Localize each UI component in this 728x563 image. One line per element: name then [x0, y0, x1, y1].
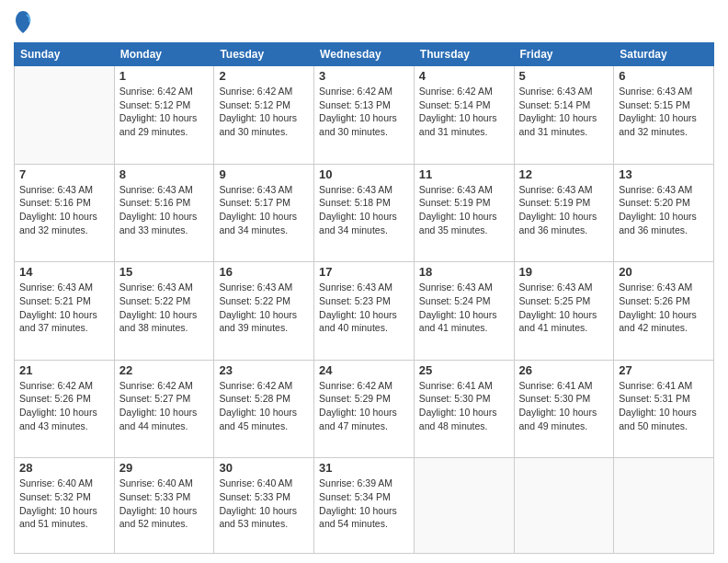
day-info: Sunrise: 6:43 AM Sunset: 5:23 PM Dayligh…	[319, 281, 409, 335]
calendar-cell: 6Sunrise: 6:43 AM Sunset: 5:15 PM Daylig…	[614, 66, 714, 165]
day-number: 8	[119, 167, 210, 181]
calendar: Sunday Monday Tuesday Wednesday Thursday…	[14, 42, 714, 554]
logo	[14, 9, 36, 35]
day-number: 10	[319, 167, 409, 181]
calendar-cell	[514, 458, 614, 554]
calendar-cell: 5Sunrise: 6:43 AM Sunset: 5:14 PM Daylig…	[514, 66, 614, 165]
day-info: Sunrise: 6:40 AM Sunset: 5:32 PM Dayligh…	[19, 477, 109, 531]
calendar-cell: 9Sunrise: 6:43 AM Sunset: 5:17 PM Daylig…	[214, 164, 314, 262]
calendar-cell: 1Sunrise: 6:42 AM Sunset: 5:12 PM Daylig…	[114, 66, 214, 165]
calendar-cell: 10Sunrise: 6:43 AM Sunset: 5:18 PM Dayli…	[314, 164, 415, 262]
day-info: Sunrise: 6:43 AM Sunset: 5:15 PM Dayligh…	[619, 85, 709, 139]
day-number: 23	[219, 363, 309, 377]
day-info: Sunrise: 6:42 AM Sunset: 5:13 PM Dayligh…	[319, 85, 409, 139]
day-info: Sunrise: 6:43 AM Sunset: 5:24 PM Dayligh…	[419, 281, 509, 335]
col-saturday: Saturday	[614, 43, 714, 66]
calendar-cell	[414, 458, 514, 554]
day-number: 30	[219, 461, 309, 475]
day-info: Sunrise: 6:43 AM Sunset: 5:19 PM Dayligh…	[519, 183, 609, 237]
day-number: 6	[619, 69, 709, 83]
calendar-cell: 28Sunrise: 6:40 AM Sunset: 5:32 PM Dayli…	[15, 458, 115, 554]
day-number: 12	[519, 167, 609, 181]
calendar-cell: 21Sunrise: 6:42 AM Sunset: 5:26 PM Dayli…	[15, 360, 115, 458]
calendar-cell: 15Sunrise: 6:43 AM Sunset: 5:22 PM Dayli…	[114, 262, 214, 361]
col-thursday: Thursday	[414, 43, 514, 66]
logo-icon	[14, 9, 32, 35]
calendar-cell	[15, 66, 115, 165]
day-info: Sunrise: 6:42 AM Sunset: 5:28 PM Dayligh…	[219, 379, 309, 433]
day-info: Sunrise: 6:43 AM Sunset: 5:17 PM Dayligh…	[219, 183, 309, 237]
day-info: Sunrise: 6:39 AM Sunset: 5:34 PM Dayligh…	[319, 477, 409, 531]
day-info: Sunrise: 6:43 AM Sunset: 5:21 PM Dayligh…	[19, 281, 109, 335]
calendar-week-3: 21Sunrise: 6:42 AM Sunset: 5:26 PM Dayli…	[15, 360, 714, 458]
header-row: Sunday Monday Tuesday Wednesday Thursday…	[15, 43, 714, 66]
day-number: 11	[419, 167, 509, 181]
day-number: 27	[619, 363, 709, 377]
calendar-cell: 13Sunrise: 6:43 AM Sunset: 5:20 PM Dayli…	[614, 164, 714, 262]
day-info: Sunrise: 6:41 AM Sunset: 5:31 PM Dayligh…	[619, 379, 709, 433]
day-info: Sunrise: 6:40 AM Sunset: 5:33 PM Dayligh…	[119, 477, 210, 531]
day-number: 9	[219, 167, 309, 181]
calendar-cell: 22Sunrise: 6:42 AM Sunset: 5:27 PM Dayli…	[114, 360, 214, 458]
day-number: 18	[419, 265, 509, 279]
day-info: Sunrise: 6:43 AM Sunset: 5:25 PM Dayligh…	[519, 281, 609, 335]
day-info: Sunrise: 6:42 AM Sunset: 5:12 PM Dayligh…	[219, 85, 309, 139]
calendar-cell: 25Sunrise: 6:41 AM Sunset: 5:30 PM Dayli…	[414, 360, 514, 458]
day-info: Sunrise: 6:43 AM Sunset: 5:22 PM Dayligh…	[119, 281, 210, 335]
day-info: Sunrise: 6:42 AM Sunset: 5:29 PM Dayligh…	[319, 379, 409, 433]
calendar-cell: 29Sunrise: 6:40 AM Sunset: 5:33 PM Dayli…	[114, 458, 214, 554]
day-info: Sunrise: 6:43 AM Sunset: 5:26 PM Dayligh…	[619, 281, 709, 335]
day-info: Sunrise: 6:43 AM Sunset: 5:16 PM Dayligh…	[119, 183, 210, 237]
day-number: 22	[119, 363, 210, 377]
day-info: Sunrise: 6:43 AM Sunset: 5:19 PM Dayligh…	[419, 183, 509, 237]
calendar-cell: 19Sunrise: 6:43 AM Sunset: 5:25 PM Dayli…	[514, 262, 614, 361]
day-number: 4	[419, 69, 509, 83]
calendar-cell: 7Sunrise: 6:43 AM Sunset: 5:16 PM Daylig…	[15, 164, 115, 262]
day-number: 2	[219, 69, 309, 83]
col-friday: Friday	[514, 43, 614, 66]
col-tuesday: Tuesday	[214, 43, 314, 66]
calendar-cell: 8Sunrise: 6:43 AM Sunset: 5:16 PM Daylig…	[114, 164, 214, 262]
day-number: 29	[119, 461, 210, 475]
calendar-week-4: 28Sunrise: 6:40 AM Sunset: 5:32 PM Dayli…	[15, 458, 714, 554]
day-info: Sunrise: 6:42 AM Sunset: 5:14 PM Dayligh…	[419, 85, 509, 139]
header	[14, 9, 714, 35]
calendar-cell: 30Sunrise: 6:40 AM Sunset: 5:33 PM Dayli…	[214, 458, 314, 554]
day-number: 3	[319, 69, 409, 83]
day-number: 13	[619, 167, 709, 181]
day-info: Sunrise: 6:43 AM Sunset: 5:16 PM Dayligh…	[19, 183, 109, 237]
calendar-cell: 26Sunrise: 6:41 AM Sunset: 5:30 PM Dayli…	[514, 360, 614, 458]
day-info: Sunrise: 6:43 AM Sunset: 5:22 PM Dayligh…	[219, 281, 309, 335]
calendar-cell: 16Sunrise: 6:43 AM Sunset: 5:22 PM Dayli…	[214, 262, 314, 361]
day-info: Sunrise: 6:43 AM Sunset: 5:14 PM Dayligh…	[519, 85, 609, 139]
calendar-cell: 4Sunrise: 6:42 AM Sunset: 5:14 PM Daylig…	[414, 66, 514, 165]
calendar-cell: 14Sunrise: 6:43 AM Sunset: 5:21 PM Dayli…	[15, 262, 115, 361]
day-number: 24	[319, 363, 409, 377]
calendar-week-2: 14Sunrise: 6:43 AM Sunset: 5:21 PM Dayli…	[15, 262, 714, 361]
day-info: Sunrise: 6:41 AM Sunset: 5:30 PM Dayligh…	[519, 379, 609, 433]
calendar-body: 1Sunrise: 6:42 AM Sunset: 5:12 PM Daylig…	[15, 66, 714, 554]
calendar-week-0: 1Sunrise: 6:42 AM Sunset: 5:12 PM Daylig…	[15, 66, 714, 165]
day-number: 21	[19, 363, 109, 377]
calendar-cell: 11Sunrise: 6:43 AM Sunset: 5:19 PM Dayli…	[414, 164, 514, 262]
day-info: Sunrise: 6:42 AM Sunset: 5:26 PM Dayligh…	[19, 379, 109, 433]
day-number: 14	[19, 265, 109, 279]
day-number: 31	[319, 461, 409, 475]
day-info: Sunrise: 6:41 AM Sunset: 5:30 PM Dayligh…	[419, 379, 509, 433]
calendar-cell: 3Sunrise: 6:42 AM Sunset: 5:13 PM Daylig…	[314, 66, 415, 165]
day-number: 7	[19, 167, 109, 181]
calendar-cell: 24Sunrise: 6:42 AM Sunset: 5:29 PM Dayli…	[314, 360, 415, 458]
calendar-cell	[614, 458, 714, 554]
day-number: 1	[119, 69, 210, 83]
col-wednesday: Wednesday	[314, 43, 415, 66]
calendar-week-1: 7Sunrise: 6:43 AM Sunset: 5:16 PM Daylig…	[15, 164, 714, 262]
calendar-cell: 18Sunrise: 6:43 AM Sunset: 5:24 PM Dayli…	[414, 262, 514, 361]
day-number: 28	[19, 461, 109, 475]
calendar-cell: 12Sunrise: 6:43 AM Sunset: 5:19 PM Dayli…	[514, 164, 614, 262]
calendar-header: Sunday Monday Tuesday Wednesday Thursday…	[15, 43, 714, 66]
day-info: Sunrise: 6:40 AM Sunset: 5:33 PM Dayligh…	[219, 477, 309, 531]
calendar-cell: 20Sunrise: 6:43 AM Sunset: 5:26 PM Dayli…	[614, 262, 714, 361]
day-info: Sunrise: 6:43 AM Sunset: 5:20 PM Dayligh…	[619, 183, 709, 237]
day-number: 5	[519, 69, 609, 83]
page: Sunday Monday Tuesday Wednesday Thursday…	[0, 0, 728, 563]
